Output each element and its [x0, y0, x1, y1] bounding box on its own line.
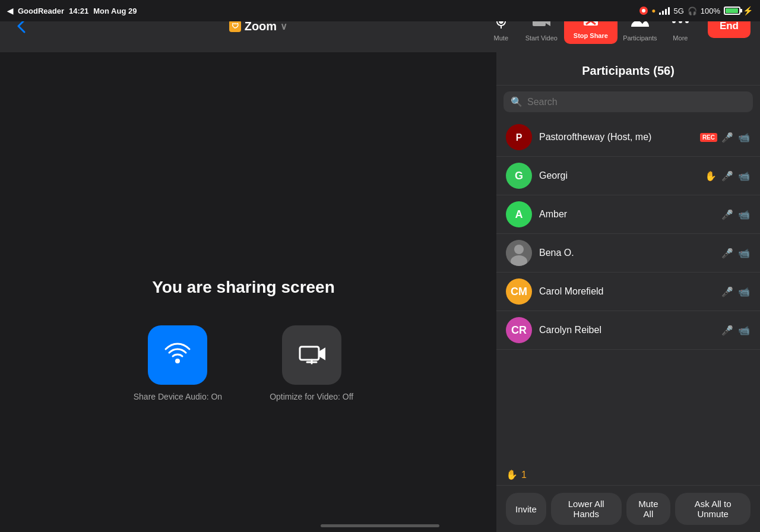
signal-bars: [659, 7, 670, 15]
rec-status-icon: REC: [700, 133, 717, 142]
video-icon: 📹: [737, 286, 750, 297]
avatar: CR: [506, 317, 532, 343]
participants-header: Participants (56): [496, 52, 760, 86]
chevron-down-icon[interactable]: ∨: [280, 21, 287, 32]
video-icon: 📹: [737, 170, 750, 182]
avatar: CM: [506, 278, 532, 305]
invite-button[interactable]: Invite: [506, 493, 546, 525]
mic-icon: 🎤: [721, 170, 734, 182]
muted-mic-icon: 🎤: [721, 209, 734, 220]
participant-name: Georgi: [539, 170, 697, 181]
share-audio-icon: [148, 325, 207, 385]
participants-list: P Pastoroftheway (Host, me) REC 🎤 📹 G Ge…: [496, 118, 760, 464]
participants-title: Participants (56): [582, 64, 674, 77]
participant-icons: ✋ 🎤 📹: [704, 170, 750, 182]
svg-rect-9: [300, 347, 319, 360]
avatar: A: [506, 201, 532, 227]
video-icon: 📹: [737, 209, 750, 220]
list-item: Bena O. 🎤 📹: [496, 234, 760, 273]
optimize-video-icon: [282, 325, 341, 385]
record-indicator: [639, 7, 648, 15]
mute-all-button[interactable]: Mute All: [626, 493, 671, 525]
list-item: G Georgi ✋ 🎤 📹: [496, 157, 760, 195]
app-name: GoodReader: [18, 7, 64, 15]
video-icon: 📹: [737, 325, 750, 336]
list-item: CR Carolyn Reibel 🎤 📹: [496, 311, 760, 350]
participant-icons: 🎤 📹: [721, 325, 750, 336]
share-audio-label: Share Device Audio: On: [134, 392, 222, 401]
search-input[interactable]: [527, 97, 746, 107]
participant-icons: 🎤 📹: [721, 286, 750, 297]
video-icon: 📹: [737, 248, 750, 259]
svg-point-15: [514, 245, 524, 254]
main-content: You are sharing screen Share Device Audi…: [0, 52, 496, 532]
participants-footer: Invite Lower All Hands Mute All Ask All …: [496, 486, 760, 532]
back-arrow-status: ◀: [7, 7, 13, 15]
participant-icons: 🎤 📹: [721, 248, 750, 259]
muted-mic-icon: 🎤: [721, 248, 734, 259]
muted-mic-icon: 🎤: [721, 325, 734, 336]
status-bar: ◀ GoodReader 14:21 Mon Aug 29 ● 5G 🎧 100…: [0, 0, 760, 21]
home-indicator: [321, 524, 439, 527]
sharing-screen-text: You are sharing screen: [30, 278, 457, 297]
search-icon: 🔍: [511, 96, 522, 107]
hand-count: 1: [521, 470, 527, 480]
start-video-label: Start Video: [525, 34, 558, 42]
list-item: A Amber 🎤 📹: [496, 195, 760, 234]
participants-panel: Participants (56) 🔍 P Pastoroftheway (Ho…: [496, 52, 760, 532]
battery-percent: 100%: [701, 7, 720, 15]
more-label: More: [673, 34, 688, 42]
mute-label: Mute: [494, 34, 508, 42]
headphones-icon: 🎧: [688, 7, 697, 15]
stop-share-label: Stop Share: [574, 32, 608, 39]
avatar: G: [506, 163, 532, 189]
battery-icon: ⚡: [724, 6, 753, 15]
share-audio-option[interactable]: Share Device Audio: On: [134, 325, 222, 401]
list-item: P Pastoroftheway (Host, me) REC 🎤 📹: [496, 118, 760, 157]
network-type: 5G: [673, 7, 683, 15]
participants-label: Participants: [623, 34, 657, 42]
participant-name: Bena O.: [539, 248, 714, 258]
participant-icons: 🎤 📹: [721, 209, 750, 220]
status-right: ● 5G 🎧 100% ⚡: [639, 6, 753, 15]
shield-badge: 🛡: [229, 20, 241, 32]
list-item: CM Carol Morefield 🎤 📹: [496, 273, 760, 311]
participant-name: Carol Morefield: [539, 286, 714, 297]
avatar: [506, 240, 532, 266]
muted-mic-icon: 🎤: [721, 286, 734, 297]
svg-text:P: P: [516, 132, 522, 142]
optimize-video-option[interactable]: Optimize for Video: Off: [270, 325, 353, 401]
ask-all-unmute-button[interactable]: Ask All to Unmute: [675, 493, 750, 525]
video-icon: 📹: [737, 132, 750, 143]
lower-all-hands-button[interactable]: Lower All Hands: [551, 493, 622, 525]
mic-icon: 🎤: [721, 132, 734, 143]
participant-name: Carolyn Reibel: [539, 325, 714, 335]
hand-emoji: ✋: [506, 469, 518, 480]
svg-point-8: [175, 359, 180, 363]
search-bar[interactable]: 🔍: [504, 91, 753, 112]
participant-name: Pastoroftheway (Host, me): [539, 132, 693, 142]
participant-icons: REC 🎤 📹: [700, 132, 750, 143]
raise-hand-count: ✋ 1: [496, 464, 760, 486]
avatar: P: [506, 124, 532, 150]
status-left: ◀ GoodReader 14:21 Mon Aug 29: [7, 7, 137, 15]
share-options: Share Device Audio: On Optimize for Vide…: [30, 325, 457, 401]
hand-icon: ✋: [704, 170, 717, 182]
status-date: Mon Aug 29: [93, 7, 137, 15]
participant-name: Amber: [539, 209, 714, 220]
dot-indicator: ●: [651, 7, 656, 15]
optimize-video-label: Optimize for Video: Off: [270, 392, 353, 401]
status-time: 14:21: [69, 7, 88, 15]
